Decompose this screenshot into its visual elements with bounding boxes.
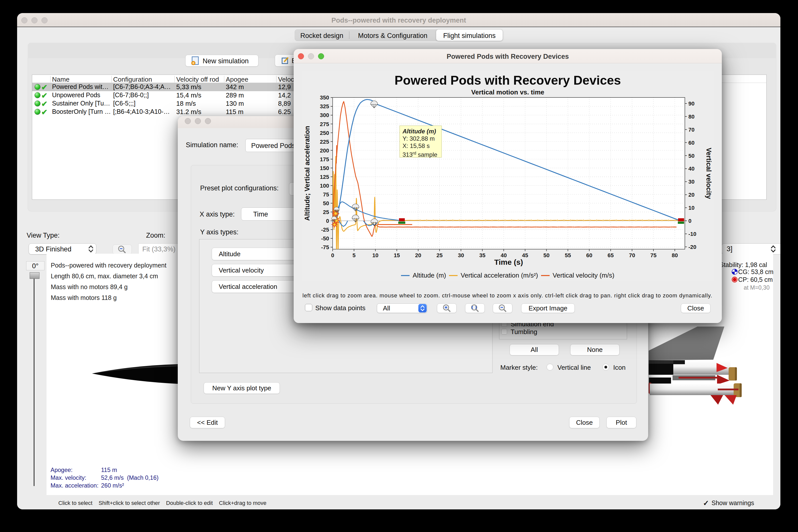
svg-text:45: 45 xyxy=(522,252,528,259)
svg-text:75: 75 xyxy=(323,191,329,198)
svg-text:-10: -10 xyxy=(688,231,696,237)
svg-text:250: 250 xyxy=(320,130,329,136)
svg-text:125: 125 xyxy=(320,174,329,180)
svg-text:55: 55 xyxy=(565,252,571,259)
svg-text:Vertical velocity: Vertical velocity xyxy=(705,148,712,199)
svg-text:-20: -20 xyxy=(688,244,696,250)
svg-text:-75: -75 xyxy=(321,244,329,250)
svg-text:150: 150 xyxy=(320,165,329,171)
svg-text:300: 300 xyxy=(320,112,329,118)
svg-text:325: 325 xyxy=(320,103,329,110)
svg-text:5: 5 xyxy=(352,252,356,259)
svg-text:80: 80 xyxy=(672,252,678,259)
svg-text:50: 50 xyxy=(323,200,329,207)
svg-text:25: 25 xyxy=(323,209,329,215)
svg-text:80: 80 xyxy=(688,114,694,120)
svg-text:40: 40 xyxy=(501,252,507,259)
svg-text:275: 275 xyxy=(320,121,329,127)
svg-text:0: 0 xyxy=(331,252,334,259)
svg-text:50: 50 xyxy=(688,153,694,159)
svg-text:70: 70 xyxy=(629,252,635,259)
svg-text:30: 30 xyxy=(688,178,694,185)
svg-text:65: 65 xyxy=(608,252,614,259)
svg-text:10: 10 xyxy=(688,205,694,211)
svg-text:-50: -50 xyxy=(321,235,329,242)
svg-text:175: 175 xyxy=(320,156,329,163)
svg-text:60: 60 xyxy=(688,140,694,146)
svg-text:0: 0 xyxy=(688,218,691,224)
svg-text:20: 20 xyxy=(415,252,421,259)
svg-text:50: 50 xyxy=(543,252,549,259)
svg-text:100: 100 xyxy=(320,183,329,189)
svg-text:70: 70 xyxy=(688,127,694,133)
svg-text:Time (s): Time (s) xyxy=(494,258,523,266)
svg-text:60: 60 xyxy=(586,252,592,259)
svg-text:90: 90 xyxy=(688,100,694,107)
svg-text:200: 200 xyxy=(320,148,329,154)
svg-text:40: 40 xyxy=(688,166,694,172)
svg-text:-25: -25 xyxy=(321,227,329,233)
svg-text:Altitude; Vertical acceleratio: Altitude; Vertical acceleration xyxy=(304,126,311,221)
svg-text:75: 75 xyxy=(650,252,656,259)
svg-text:15: 15 xyxy=(394,252,400,259)
svg-text:20: 20 xyxy=(688,192,694,198)
svg-text:0: 0 xyxy=(326,218,329,224)
svg-text:35: 35 xyxy=(479,252,485,259)
svg-text:25: 25 xyxy=(436,252,442,259)
svg-text:10: 10 xyxy=(373,252,378,259)
svg-text:225: 225 xyxy=(320,139,329,145)
svg-text:30: 30 xyxy=(458,252,464,259)
